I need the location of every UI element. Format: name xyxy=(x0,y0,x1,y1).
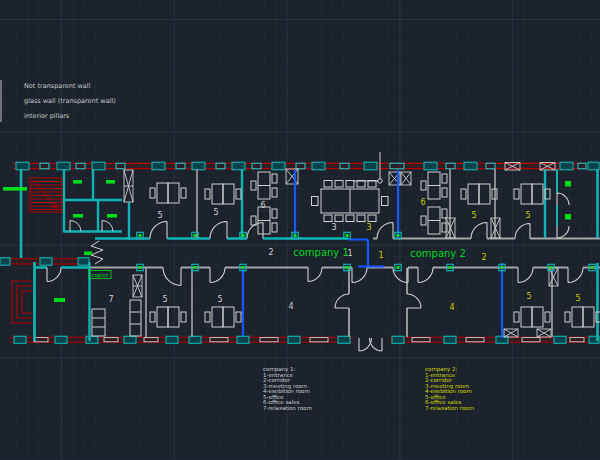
room-label-office: 5 xyxy=(575,294,580,303)
room-label-relaxation: 7 xyxy=(108,295,113,304)
room-label-office: 5 xyxy=(526,292,531,301)
legend-not-transparent-wall: Not transparent wall xyxy=(24,82,91,90)
room-label-office-sales: 6 xyxy=(420,198,425,207)
room-label-office-sales: 6 xyxy=(260,201,265,210)
green-marker xyxy=(3,187,27,191)
room-label-corridor: 2 xyxy=(481,253,486,262)
room-key-company2: company 2: 1-entrance 2-corridor 3-meeti… xyxy=(425,367,474,411)
room-label-office: 5 xyxy=(525,211,530,220)
room-label-office: 5 xyxy=(157,211,162,220)
green-marker xyxy=(565,214,571,220)
room-label-office: 5 xyxy=(471,211,476,220)
green-marker xyxy=(54,298,65,302)
company2-label: company 2 xyxy=(410,248,466,259)
room-label-meeting: 3 xyxy=(366,223,371,232)
copier-label: copier xyxy=(89,271,111,280)
room-label-exhibition: 4 xyxy=(288,302,293,311)
room-label-exhibition: 4 xyxy=(449,303,454,312)
cad-viewport[interactable]: copier 5 5 6 3 3 2 1 1 2 6 5 5 7 5 5 4 4… xyxy=(0,0,600,460)
room-label-office: 5 xyxy=(162,295,167,304)
room-label-office: 5 xyxy=(213,208,218,217)
room-key-item: 7-relaxation room xyxy=(263,406,312,412)
company1-label: company 1 xyxy=(293,247,349,258)
green-marker xyxy=(565,181,571,187)
legend-interior-pillars: interior pillars xyxy=(24,112,70,120)
room-key-item: 7-relaxation room xyxy=(425,406,474,412)
room-label-office: 5 xyxy=(217,295,222,304)
room-label-corridor: 2 xyxy=(268,248,273,257)
green-marker xyxy=(84,252,92,256)
legend-glass-wall: glass wall (transparent wall) xyxy=(24,97,116,105)
room-label-meeting: 3 xyxy=(331,223,336,232)
room-key-company1: company 1: 1-entrance 2-corridor 3-meeti… xyxy=(263,367,312,411)
copier-text: copier xyxy=(91,272,109,279)
exterior-wall-top xyxy=(13,162,600,170)
room-label-entrance: 1 xyxy=(378,251,383,260)
